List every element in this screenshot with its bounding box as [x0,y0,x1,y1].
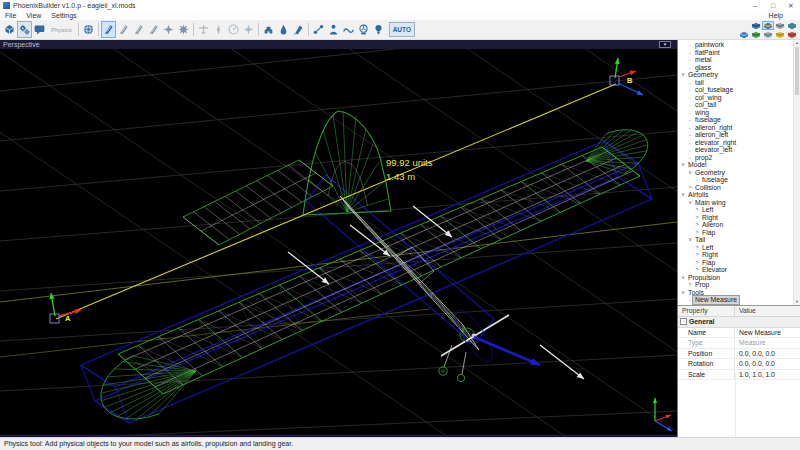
menu-file[interactable]: File [0,12,21,19]
properties-header: Property Value [678,306,800,317]
propeller-button[interactable] [241,21,256,38]
view-mode-4-button[interactable] [786,21,798,30]
tree-item[interactable]: vPropulsion [678,274,800,282]
property-group-general[interactable]: - General [678,317,800,328]
display-opt-5-button[interactable] [786,30,798,39]
measure-marker-a[interactable]: A [50,293,81,323]
engine-button[interactable] [356,21,371,38]
tree-item[interactable]: >Prop [678,281,800,289]
tree-item[interactable]: >Elevator [678,266,800,274]
tree-scrollbar[interactable]: ▲ ▼ [793,40,800,305]
tree-item[interactable]: -prop2 [678,154,800,162]
property-row[interactable]: Position0.0, 0.0, 0.0 [678,349,800,360]
display-opt-4-button[interactable] [774,30,786,39]
tree-item[interactable]: vTools [678,289,800,297]
auto-button[interactable]: AUTO [389,22,415,37]
tree-item[interactable]: >Flap [678,229,800,237]
close-button[interactable]: ✕ [782,0,800,11]
tree-item[interactable]: -fuselage [678,116,800,124]
tree-item[interactable]: vTail [678,236,800,244]
measure-line[interactable]: 99.92 units1.43 m [56,84,616,319]
tree-item[interactable]: -col_tail [678,101,800,109]
physics-gears-button[interactable] [17,21,32,38]
tree-item[interactable]: -flatPaint [678,49,800,57]
rotor-cross-button[interactable] [161,21,176,38]
property-row[interactable]: Scale1.0, 1.0, 1.0 [678,370,800,381]
menu-settings[interactable]: Settings [46,12,81,19]
property-row[interactable]: Rotation0.0, 0.0, 0.0 [678,359,800,370]
airfoil-wing-4-button[interactable] [146,21,161,38]
property-value[interactable]: 1.0, 1.0, 1.0 [735,370,800,380]
landing-gear-button[interactable] [261,21,276,38]
model-cube-button[interactable] [2,21,17,38]
fuel-drop-icon [277,23,290,36]
tree-item[interactable]: >Left [678,206,800,214]
gauge-button[interactable] [226,21,241,38]
view-mode-1-button[interactable] [750,21,762,30]
tree-item[interactable]: vGeometry [678,169,800,177]
collapse-icon[interactable]: - [680,318,687,325]
glider-icon [197,23,210,36]
tree-item[interactable]: -fuselage [678,176,800,184]
glider-button[interactable] [196,21,211,38]
comments-bubble-button[interactable] [32,21,47,38]
airfoil-wing-3-button[interactable] [131,21,146,38]
menu-view[interactable]: View [21,12,46,19]
property-value[interactable]: 0.0, 0.0, 0.0 [735,359,800,369]
view-mode-3-button[interactable] [774,21,786,30]
water-wave-button[interactable] [341,21,356,38]
tree-item[interactable]: >Aileron [678,221,800,229]
light-bulb-button[interactable] [371,21,386,38]
tree-item[interactable]: -glass [678,64,800,72]
view-mode-2-button[interactable] [762,21,774,30]
tree-item[interactable]: -paintwork [678,41,800,49]
tree-item[interactable]: >Right [678,251,800,259]
toolbar-separator [308,23,309,36]
pilot-button[interactable] [326,21,341,38]
property-row[interactable]: TypeMeasure [678,338,800,349]
viewport-canvas[interactable]: 99.92 units1.43 mAB [0,49,677,437]
viewport-3d[interactable]: Perspective ▼ 99.92 units1.43 mAB [0,40,677,437]
minimize-button[interactable]: – [746,0,764,11]
tree-item[interactable]: vGeometry [678,71,800,79]
tree-item[interactable]: >Flap [678,259,800,267]
display-opt-3-button[interactable] [762,30,774,39]
tree-item[interactable]: -tail [678,79,800,87]
turbine-star-button[interactable] [176,21,191,38]
property-row[interactable]: NameNew Measure [678,328,800,339]
preview-sphere-button[interactable] [81,21,96,38]
tree-item[interactable]: vAirfoils [678,191,800,199]
tree-item[interactable]: -elevator_left [678,146,800,154]
property-value[interactable]: 0.0, 0.0, 0.0 [735,349,800,359]
linkage-button[interactable] [311,21,326,38]
tree-item[interactable]: -metal [678,56,800,64]
tree-item[interactable]: -wing [678,109,800,117]
missile-pen-button[interactable] [291,21,306,38]
display-opt-5-icon [787,31,797,39]
property-value[interactable]: New Measure [735,328,800,338]
property-value[interactable]: Measure [735,338,800,348]
airfoil-wing-button[interactable] [101,21,116,38]
tree-item[interactable]: >Collision [678,184,800,192]
tree-item[interactable]: >Left [678,244,800,252]
airfoil-wing-2-button[interactable] [116,21,131,38]
tree-item[interactable]: -col_fuselage [678,86,800,94]
tree-item[interactable]: vModel [678,161,800,169]
tree-item[interactable]: vMain wing [678,199,800,207]
scroll-up-icon[interactable]: ▲ [794,40,800,46]
tree-item[interactable]: -col_wing [678,94,800,102]
display-opt-2-button[interactable] [750,30,762,39]
fuel-drop-button[interactable] [276,21,291,38]
tree-item[interactable]: -elevator_right [678,139,800,147]
menu-help[interactable]: Help [764,11,788,20]
measure-marker-b[interactable]: B [610,58,643,95]
tree-item[interactable]: -New Measure [678,296,800,304]
blade-pin-button[interactable] [211,21,226,38]
tree-item[interactable]: >Right [678,214,800,222]
display-opt-1-button[interactable] [738,30,750,39]
tree-item[interactable]: -aileron_right [678,124,800,132]
viewport-menu-button[interactable]: ▼ [659,41,671,48]
restore-button[interactable]: □ [764,0,782,11]
scrollbar-thumb[interactable] [795,47,799,95]
tree-item[interactable]: -aileron_left [678,131,800,139]
